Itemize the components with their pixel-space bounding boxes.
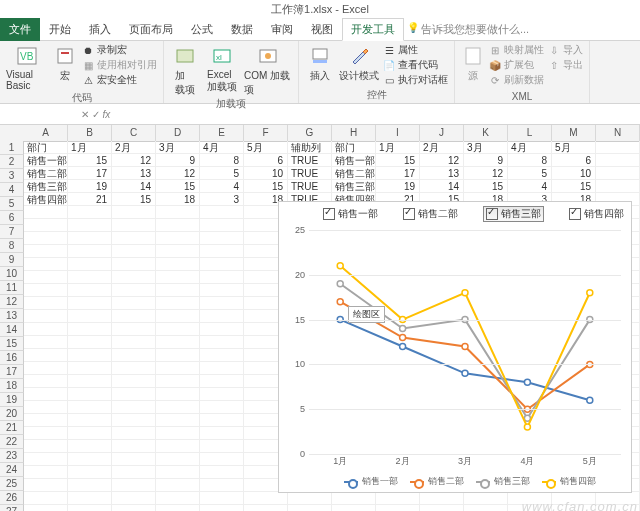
cell[interactable]	[200, 453, 244, 466]
cell[interactable]: 9	[156, 154, 200, 167]
cell[interactable]	[112, 310, 156, 323]
select-all-corner[interactable]	[0, 125, 25, 142]
cell[interactable]	[24, 323, 68, 336]
cell[interactable]: 13	[420, 167, 464, 180]
tell-me[interactable]: 告诉我您想要做什么...	[404, 18, 538, 41]
cell[interactable]: 15	[376, 154, 420, 167]
cell[interactable]: 10	[244, 167, 288, 180]
tab-layout[interactable]: 页面布局	[120, 18, 182, 41]
cell[interactable]: 3月	[156, 141, 200, 154]
cell[interactable]	[68, 414, 112, 427]
cell[interactable]	[68, 323, 112, 336]
import-button[interactable]: ⇩导入	[548, 43, 583, 57]
cell[interactable]	[200, 414, 244, 427]
expand-pack-button[interactable]: 📦扩展包	[489, 58, 544, 72]
cell[interactable]: 21	[68, 193, 112, 206]
row-header[interactable]: 11	[0, 281, 24, 295]
cell[interactable]	[68, 219, 112, 232]
cell[interactable]	[156, 258, 200, 271]
row-header[interactable]: 25	[0, 477, 24, 491]
cell[interactable]	[464, 492, 508, 505]
cell[interactable]	[68, 401, 112, 414]
cell[interactable]: 1月	[376, 141, 420, 154]
cell[interactable]: 2月	[420, 141, 464, 154]
cell[interactable]	[156, 414, 200, 427]
cell[interactable]	[156, 310, 200, 323]
cell[interactable]	[24, 349, 68, 362]
cell[interactable]	[112, 479, 156, 492]
col-header[interactable]: D	[156, 125, 200, 142]
cell[interactable]	[200, 310, 244, 323]
cell[interactable]: 14	[112, 180, 156, 193]
cell[interactable]: TRUE	[288, 167, 332, 180]
cell[interactable]	[24, 362, 68, 375]
row-header[interactable]: 23	[0, 449, 24, 463]
cell[interactable]	[200, 401, 244, 414]
cell[interactable]	[24, 401, 68, 414]
com-addins-button[interactable]: COM 加载项	[244, 43, 292, 97]
cell[interactable]	[24, 232, 68, 245]
col-header[interactable]: J	[420, 125, 464, 142]
cell[interactable]	[156, 362, 200, 375]
cell[interactable]	[200, 479, 244, 492]
col-header[interactable]: C	[112, 125, 156, 142]
col-header[interactable]: B	[68, 125, 112, 142]
cell[interactable]	[596, 154, 640, 167]
cell[interactable]: 5	[200, 167, 244, 180]
cell[interactable]	[24, 375, 68, 388]
cell[interactable]	[24, 414, 68, 427]
cell[interactable]	[24, 492, 68, 505]
cell[interactable]	[68, 258, 112, 271]
cell[interactable]	[156, 323, 200, 336]
row-header[interactable]: 3	[0, 169, 24, 183]
tab-home[interactable]: 开始	[40, 18, 80, 41]
chart-plot-area[interactable]: 绘图区 05101520251月2月3月4月5月	[309, 230, 621, 454]
xml-source-button[interactable]: 源	[461, 43, 485, 91]
col-header[interactable]: E	[200, 125, 244, 142]
cell[interactable]: 6	[244, 154, 288, 167]
row-header[interactable]: 10	[0, 267, 24, 281]
cell[interactable]	[68, 271, 112, 284]
cell[interactable]: 15	[156, 180, 200, 193]
cell[interactable]	[200, 492, 244, 505]
tab-formulas[interactable]: 公式	[182, 18, 222, 41]
cell[interactable]: 8	[200, 154, 244, 167]
cell[interactable]: 部门	[332, 141, 376, 154]
row-header[interactable]: 26	[0, 491, 24, 505]
cell[interactable]	[112, 440, 156, 453]
cell[interactable]	[112, 388, 156, 401]
cell[interactable]: 4	[200, 180, 244, 193]
cell[interactable]: 18	[156, 193, 200, 206]
cell[interactable]	[112, 427, 156, 440]
cell[interactable]	[244, 505, 288, 511]
cell[interactable]: 6	[552, 154, 596, 167]
cell[interactable]	[112, 401, 156, 414]
cell[interactable]	[156, 466, 200, 479]
cell[interactable]: 15	[464, 180, 508, 193]
cell[interactable]	[68, 375, 112, 388]
cell[interactable]	[112, 245, 156, 258]
col-header[interactable]: I	[376, 125, 420, 142]
cell[interactable]	[112, 206, 156, 219]
cell[interactable]	[68, 310, 112, 323]
cell[interactable]	[112, 375, 156, 388]
cell[interactable]	[24, 466, 68, 479]
embedded-chart[interactable]: 销售一部销售二部销售三部销售四部 绘图区 05101520251月2月3月4月5…	[278, 201, 632, 493]
cell[interactable]	[112, 453, 156, 466]
cell[interactable]	[24, 206, 68, 219]
cell[interactable]	[200, 427, 244, 440]
cell[interactable]: 辅助列	[288, 141, 332, 154]
row-header[interactable]: 19	[0, 393, 24, 407]
cell[interactable]: 5月	[552, 141, 596, 154]
cell[interactable]: 12	[156, 167, 200, 180]
cell[interactable]: 10	[552, 167, 596, 180]
cell[interactable]: 17	[68, 167, 112, 180]
cell[interactable]	[200, 297, 244, 310]
row-header[interactable]: 24	[0, 463, 24, 477]
cell[interactable]	[376, 492, 420, 505]
cell[interactable]	[24, 258, 68, 271]
cell[interactable]	[156, 206, 200, 219]
cell[interactable]: 14	[420, 180, 464, 193]
refresh-data-button[interactable]: ⟳刷新数据	[489, 73, 544, 87]
cell[interactable]: 2月	[112, 141, 156, 154]
